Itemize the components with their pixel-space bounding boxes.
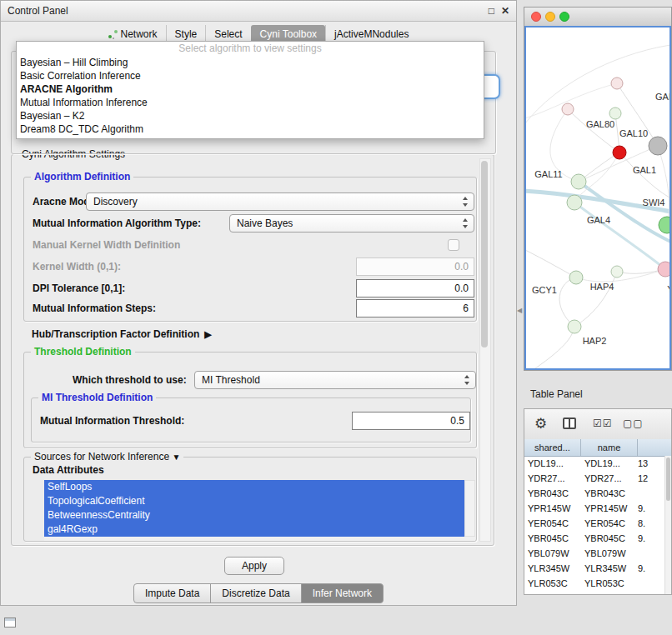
columns-icon[interactable] bbox=[563, 418, 576, 429]
attribute-item[interactable]: TopologicalCoefficient bbox=[44, 494, 464, 508]
control-panel-titlebar: Control Panel □ ✕ bbox=[1, 1, 516, 22]
network-node[interactable] bbox=[613, 146, 626, 159]
dropdown-placeholder: Select algorithm to view settings bbox=[17, 42, 484, 56]
table-row[interactable]: YDR27...YDR27...12 bbox=[524, 471, 664, 486]
table-row[interactable]: YLR345WYLR345W9. bbox=[524, 561, 664, 576]
threshold-definition-title: Threshold Definition bbox=[31, 346, 135, 358]
network-edge[interactable] bbox=[526, 327, 574, 370]
network-svg: GAL80GAL10GAL1GAL11SWI4GAL4GCY1HAP4HAP2G… bbox=[526, 28, 671, 370]
settings-scrollbar-thumb[interactable] bbox=[481, 161, 488, 348]
column-header[interactable] bbox=[638, 439, 671, 456]
network-node[interactable] bbox=[567, 195, 582, 210]
network-node[interactable] bbox=[611, 266, 623, 278]
which-threshold-select[interactable]: MI Threshold bbox=[194, 371, 476, 389]
algorithm-dropdown-list: Bayesian – Hill ClimbingBasic Correlatio… bbox=[17, 56, 484, 136]
attributes-hscrollbar[interactable] bbox=[44, 537, 475, 541]
node-label: GAL80 bbox=[586, 119, 614, 129]
attribute-item[interactable]: SelfLoops bbox=[44, 480, 464, 494]
network-node[interactable] bbox=[571, 174, 586, 189]
network-edge[interactable] bbox=[579, 182, 671, 244]
table-cell: YBL079W bbox=[581, 546, 634, 561]
network-canvas[interactable]: GAL80GAL10GAL1GAL11SWI4GAL4GCY1HAP4HAP2G… bbox=[524, 26, 671, 370]
network-node[interactable] bbox=[611, 78, 623, 89]
network-node[interactable] bbox=[658, 262, 671, 277]
mac-minimize-button[interactable] bbox=[545, 12, 555, 22]
table-cell bbox=[634, 546, 664, 561]
apply-button[interactable]: Apply bbox=[224, 557, 284, 575]
mi-threshold-field[interactable]: 0.5 bbox=[352, 412, 470, 430]
table-row[interactable]: YBL079WYBL079W bbox=[524, 546, 664, 561]
algorithm-option[interactable]: ARACNE Algorithm bbox=[17, 82, 484, 96]
bottom-tab-impute-data[interactable]: Impute Data bbox=[133, 583, 211, 603]
deselect-all-icon[interactable]: ▢▢ bbox=[623, 418, 644, 429]
table-cell: YBR043C bbox=[524, 486, 581, 501]
manual-kernel-checkbox[interactable] bbox=[448, 239, 459, 251]
attributes-scrollbar[interactable] bbox=[464, 480, 475, 537]
network-node[interactable] bbox=[609, 108, 621, 119]
cyni-algorithm-settings-group: Cyni Algorithm Settings Algorithm Defini… bbox=[11, 154, 494, 546]
mi-type-select[interactable]: Naive Bayes bbox=[229, 214, 474, 232]
table-row[interactable]: YBR045CYBR045C9. bbox=[524, 531, 664, 546]
network-node[interactable] bbox=[569, 271, 583, 284]
mac-close-button[interactable] bbox=[531, 12, 541, 22]
mac-zoom-button[interactable] bbox=[559, 12, 569, 22]
table-row[interactable]: YDL19...YDL19...13 bbox=[524, 456, 664, 471]
table-cell: YLR053C bbox=[524, 576, 581, 591]
network-edge[interactable] bbox=[526, 248, 576, 278]
dpi-tolerance-field[interactable]: 0.0 bbox=[356, 279, 474, 298]
mi-steps-field[interactable]: 6 bbox=[356, 299, 474, 318]
network-node[interactable] bbox=[568, 320, 581, 333]
algorithm-option[interactable]: Basic Correlation Inference bbox=[17, 69, 484, 82]
column-header[interactable]: shared... bbox=[524, 439, 581, 456]
minimized-window-icon[interactable] bbox=[4, 618, 16, 628]
table-cell: YER054C bbox=[524, 516, 581, 531]
desktop: Control Panel □ ✕ NetworkStyleSelectCyni… bbox=[0, 0, 672, 635]
table-toolbar: ⚙ ☑☑ ▢▢ bbox=[524, 409, 671, 440]
table-row[interactable]: YLR053CYLR053C bbox=[524, 576, 664, 591]
algorithm-dropdown-popup: Select algorithm to view settings Bayesi… bbox=[16, 41, 484, 139]
table-row[interactable]: YBR043CYBR043C bbox=[524, 486, 664, 501]
network-node[interactable] bbox=[562, 103, 574, 115]
bottom-tab-infer-network[interactable]: Infer Network bbox=[301, 583, 384, 603]
network-edge[interactable] bbox=[526, 44, 671, 128]
table-cell: YPR145W bbox=[524, 501, 581, 516]
algorithm-option[interactable]: Bayesian – Hill Climbing bbox=[17, 56, 484, 69]
column-header[interactable]: name bbox=[581, 439, 638, 456]
network-edge[interactable] bbox=[559, 278, 576, 327]
table-cell bbox=[634, 486, 664, 501]
table-cell: YLR345W bbox=[524, 561, 581, 576]
table-cell: YER054C bbox=[581, 516, 634, 531]
algorithm-option[interactable]: Bayesian – K2 bbox=[17, 109, 484, 122]
node-label: GAL4 bbox=[587, 215, 610, 225]
network-node[interactable] bbox=[659, 217, 671, 233]
close-icon[interactable]: ✕ bbox=[501, 1, 509, 21]
mi-threshold-label: Mutual Information Threshold: bbox=[40, 412, 184, 430]
aracne-mode-select[interactable]: Discovery bbox=[86, 192, 474, 211]
network-node[interactable] bbox=[649, 137, 667, 155]
collapse-arrow-icon: ▼ bbox=[172, 452, 180, 462]
table-row[interactable]: YPR145WYPR145W9. bbox=[524, 501, 664, 516]
table-header-row: shared...name bbox=[524, 439, 671, 457]
table-scrollbar[interactable] bbox=[664, 456, 671, 594]
node-label: GAL11 bbox=[534, 169, 562, 179]
table-scrollbar-thumb[interactable] bbox=[666, 458, 670, 501]
manual-kernel-label: Manual Kernel Width Definition bbox=[33, 236, 180, 254]
kernel-width-field[interactable]: 0.0 bbox=[356, 258, 474, 276]
data-attributes-label: Data Attributes bbox=[33, 464, 104, 476]
float-window-icon[interactable]: □ bbox=[489, 1, 494, 21]
select-all-icon[interactable]: ☑☑ bbox=[593, 418, 613, 429]
settings-scrollbar[interactable] bbox=[479, 158, 491, 542]
attribute-item[interactable]: gal4RGexp bbox=[44, 522, 464, 537]
algorithm-option[interactable]: Mutual Information Inference bbox=[17, 96, 484, 109]
hub-definition-toggle[interactable]: Hub/Transcription Factor Definition▶ bbox=[32, 328, 212, 340]
divider-collapse-icon[interactable]: ◀ bbox=[517, 307, 522, 314]
table-row[interactable]: YER054CYER054C8. bbox=[524, 516, 664, 531]
table-cell: YBR045C bbox=[524, 531, 581, 546]
sources-title[interactable]: Sources for Network Inference ▼ bbox=[31, 451, 183, 462]
gear-icon[interactable]: ⚙ bbox=[534, 415, 547, 432]
attribute-item[interactable]: BetweennessCentrality bbox=[44, 508, 464, 522]
bottom-tab-discretize-data[interactable]: Discretize Data bbox=[210, 583, 301, 603]
algorithm-option[interactable]: Dream8 DC_TDC Algorithm bbox=[17, 122, 484, 136]
algorithm-definition-group: Algorithm Definition Aracne Mode: Discov… bbox=[23, 177, 477, 322]
table-cell: YDL19... bbox=[581, 456, 634, 471]
